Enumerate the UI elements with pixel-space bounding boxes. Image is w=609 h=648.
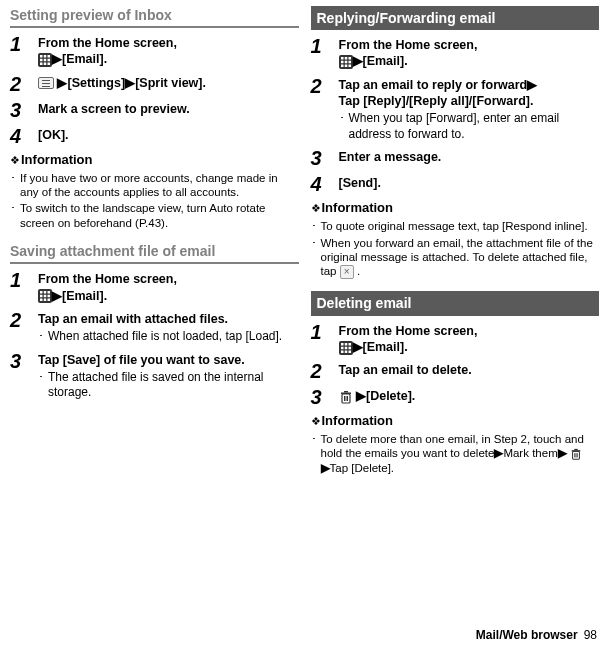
email-label: [Email].	[363, 54, 408, 68]
arrow-icon: ▶	[353, 340, 363, 354]
step-title: ▶[Settings]▶[Sprit view].	[38, 75, 299, 91]
step-number: 4	[311, 174, 339, 194]
step-number: 1	[311, 322, 339, 356]
step-title: ▶[Delete].	[339, 388, 600, 404]
apps-grid-icon	[339, 341, 353, 355]
step-number: 3	[311, 148, 339, 168]
step-title: Tap an email to reply or forward▶ Tap [R…	[339, 77, 600, 110]
step-number: 3	[311, 387, 339, 407]
arrow-icon: ▶	[353, 54, 363, 68]
step-line: From the Home screen,	[38, 36, 177, 50]
info-text: When you forward an email, the attachmen…	[321, 236, 600, 280]
step-row: 3 Mark a screen to preview.	[10, 100, 299, 120]
step-sub: ･When attached file is not loaded, tap […	[38, 329, 299, 345]
arrow-icon: ▶	[321, 462, 330, 474]
step-number: 2	[10, 74, 38, 94]
step-row: 3 Enter a message.	[311, 148, 600, 168]
step-title: Tap [Save] of file you want to save.	[38, 352, 299, 368]
step-title-b: Tap [Reply]/[Reply all]/[Forward].	[339, 94, 534, 108]
sprit-label: [Sprit view].	[135, 76, 206, 90]
step-row: 1 From the Home screen, ▶[Email].	[10, 34, 299, 68]
step-number: 3	[10, 100, 38, 120]
step-number: 1	[10, 34, 38, 68]
step-sub: ･The attached file is saved on the inter…	[38, 370, 299, 401]
info-label: Information	[322, 200, 394, 215]
step-line: From the Home screen,	[38, 272, 177, 286]
step-title: Enter a message.	[339, 149, 600, 165]
step-title: From the Home screen, ▶[Email].	[38, 271, 299, 304]
step-row: 3 ▶[Delete].	[311, 387, 600, 407]
arrow-icon: ▶	[57, 76, 67, 90]
section-heading: Setting preview of Inbox	[10, 6, 299, 28]
trash-icon	[339, 389, 353, 403]
step-row: 2 Tap an email to reply or forward▶ Tap …	[311, 76, 600, 143]
info-heading: ❖Information	[10, 152, 299, 169]
arrow-icon: ▶	[356, 389, 366, 403]
arrow-icon: ▶	[558, 447, 567, 459]
step-row: 4 [OK].	[10, 126, 299, 146]
step-row: 2 Tap an email to delete.	[311, 361, 600, 381]
step-number: 4	[10, 126, 38, 146]
menu-icon	[38, 77, 54, 89]
apps-grid-icon	[38, 53, 52, 67]
step-title-a: Tap an email to reply or forward	[339, 78, 528, 92]
step-sub-text: When attached file is not loaded, tap [L…	[48, 329, 282, 345]
step-number: 2	[311, 361, 339, 381]
step-row: 1 From the Home screen, ▶[Email].	[311, 322, 600, 356]
info-item: ･ To delete more than one email, in Step…	[311, 432, 600, 475]
info-text: If you have two or more accounts, change…	[20, 171, 299, 200]
trash-icon	[570, 447, 582, 459]
step-row: 3 Tap [Save] of file you want to save. ･…	[10, 351, 299, 401]
step-title: Tap an email with attached files.	[38, 311, 299, 327]
step-row: 2 ▶[Settings]▶[Sprit view].	[10, 74, 299, 94]
info-item: ･If you have two or more accounts, chang…	[10, 171, 299, 200]
info-item: ･To switch to the landscape view, turn A…	[10, 201, 299, 230]
step-row: 4 [Send].	[311, 174, 600, 194]
page-footer: Mail/Web browser98	[476, 628, 597, 644]
close-x-icon: ×	[340, 265, 354, 279]
arrow-icon: ▶	[125, 76, 135, 90]
step-title: Mark a screen to preview.	[38, 101, 299, 117]
step-title: Tap an email to delete.	[339, 362, 600, 378]
step-title: From the Home screen, ▶[Email].	[339, 323, 600, 356]
step-number: 2	[10, 310, 38, 345]
section-heading-inverse: Replying/Forwarding email	[311, 6, 600, 30]
section-heading: Saving attachment file of email	[10, 242, 299, 264]
step-title: From the Home screen, ▶[Email].	[339, 37, 600, 70]
email-label: [Email].	[363, 340, 408, 354]
info-label: Information	[322, 413, 394, 428]
settings-label: [Settings]	[67, 76, 125, 90]
step-title: From the Home screen, ▶[Email].	[38, 35, 299, 68]
delete-label: [Delete].	[366, 389, 415, 403]
step-row: 1 From the Home screen, ▶[Email].	[311, 36, 600, 70]
arrow-icon: ▶	[52, 289, 62, 303]
footer-label: Mail/Web browser	[476, 628, 578, 642]
info-text: To delete more than one email, in Step 2…	[321, 432, 600, 475]
step-number: 2	[311, 76, 339, 143]
step-sub-text: The attached file is saved on the intern…	[48, 370, 299, 401]
arrow-icon: ▶	[52, 52, 62, 66]
email-label: [Email].	[62, 52, 107, 66]
info-item: ･When you forward an email, the attachme…	[311, 236, 600, 280]
step-row: 1 From the Home screen, ▶[Email].	[10, 270, 299, 304]
step-sub-text: When you tap [Forward], enter an email a…	[349, 111, 600, 142]
arrow-icon: ▶	[527, 78, 537, 92]
page-number: 98	[584, 628, 597, 642]
step-number: 1	[10, 270, 38, 304]
section-heading-inverse: Deleting email	[311, 291, 600, 315]
step-line: From the Home screen,	[339, 38, 478, 52]
apps-grid-icon	[339, 55, 353, 69]
info-heading: ❖Information	[311, 200, 600, 217]
step-number: 3	[10, 351, 38, 401]
info-text: To quote original message text, tap [Res…	[321, 219, 588, 233]
step-number: 1	[311, 36, 339, 70]
info-heading: ❖Information	[311, 413, 600, 430]
step-sub: ･When you tap [Forward], enter an email …	[339, 111, 600, 142]
step-row: 2 Tap an email with attached files. ･Whe…	[10, 310, 299, 345]
email-label: [Email].	[62, 289, 107, 303]
info-label: Information	[21, 152, 93, 167]
step-title: [OK].	[38, 127, 299, 143]
apps-grid-icon	[38, 289, 52, 303]
step-line: From the Home screen,	[339, 324, 478, 338]
step-title: [Send].	[339, 175, 600, 191]
